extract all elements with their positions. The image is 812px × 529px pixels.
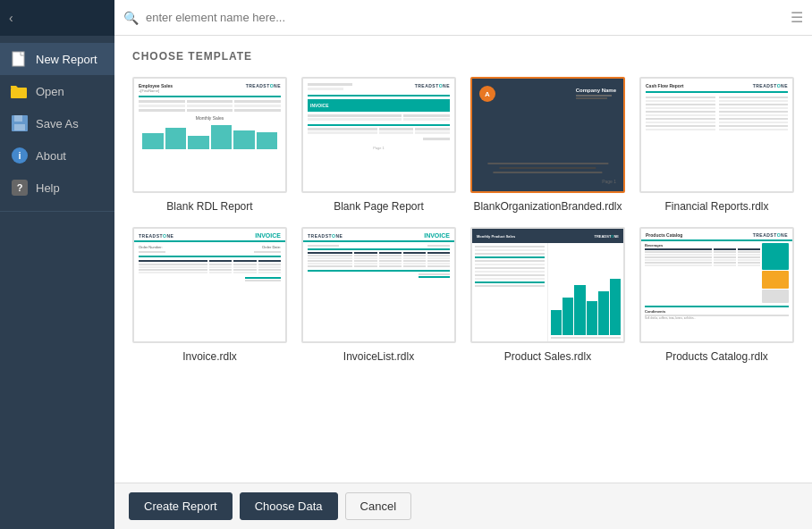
create-report-button[interactable]: Create Report: [129, 492, 233, 520]
footer: Create Report Choose Data Cancel: [114, 483, 812, 529]
template-item-invoice[interactable]: TREADSTONE INVOICE Order Number: Order D…: [132, 227, 287, 363]
list-view-icon[interactable]: ☰: [791, 9, 803, 26]
content-area: CHOOSE TEMPLATE Employee Sales +[FirstNa…: [114, 36, 812, 483]
sidebar-item-new-report[interactable]: New Report: [0, 43, 114, 75]
sidebar-item-about[interactable]: i About: [0, 139, 114, 172]
template-name-blank-rdl: Blank RDL Report: [166, 200, 252, 213]
about-icon: i: [11, 147, 29, 164]
template-thumb-invoice: TREADSTONE INVOICE Order Number: Order D…: [132, 227, 287, 343]
sidebar-item-label: Open: [36, 85, 64, 98]
sidebar-item-label: About: [36, 149, 66, 163]
template-thumb-blank-org: A Company Name Page 1: [470, 77, 625, 193]
sidebar-item-open[interactable]: Open: [0, 75, 114, 107]
template-thumb-product-sales: Monthly Product Sales TREADSTONE: [470, 227, 625, 343]
search-input[interactable]: [146, 11, 783, 24]
sidebar-item-save-as[interactable]: Save As: [0, 107, 114, 139]
sidebar-menu: New Report Open Save As: [0, 36, 114, 212]
template-item-financial[interactable]: Cash Flow Report TREADSTONE: [639, 77, 794, 213]
template-thumb-blank-page: TREADSTONE INVOICE: [301, 77, 456, 193]
open-icon: [11, 82, 29, 100]
template-item-invoice-list[interactable]: TREADSTONE INVOICE: [301, 227, 456, 363]
template-item-product-sales[interactable]: Monthly Product Sales TREADSTONE: [470, 227, 625, 363]
template-thumb-products-catalog: Products Catalog TREADSTONE Beverages: [639, 227, 794, 343]
template-thumb-financial: Cash Flow Report TREADSTONE: [639, 77, 794, 193]
template-name-blank-page: Blank Page Report: [334, 200, 424, 213]
template-name-product-sales: Product Sales.rdlx: [504, 350, 591, 363]
search-bar: 🔍 ☰: [114, 0, 812, 36]
back-arrow-icon: ‹: [9, 11, 13, 25]
template-thumb-invoice-list: TREADSTONE INVOICE: [301, 227, 456, 343]
choose-data-button[interactable]: Choose Data: [240, 492, 338, 520]
svg-rect-3: [14, 115, 22, 122]
template-name-invoice: Invoice.rdlx: [182, 350, 237, 363]
template-item-products-catalog[interactable]: Products Catalog TREADSTONE Beverages: [639, 227, 794, 363]
new-report-icon: [11, 50, 29, 68]
svg-rect-1: [11, 88, 27, 98]
cancel-button[interactable]: Cancel: [345, 492, 411, 520]
template-thumb-blank-rdl: Employee Sales +[FirstName] TREADSTONE: [132, 77, 287, 193]
sidebar-item-label: Help: [36, 181, 60, 195]
template-name-blank-org: BlankOrganizationBranded.rdlx: [473, 200, 622, 213]
template-name-financial: Financial Reports.rdlx: [664, 200, 768, 213]
section-title: CHOOSE TEMPLATE: [132, 50, 794, 63]
svg-rect-4: [14, 124, 25, 130]
template-item-blank-page[interactable]: TREADSTONE INVOICE: [301, 77, 456, 213]
help-icon: ?: [11, 179, 29, 197]
sidebar-back-button[interactable]: ‹: [0, 0, 114, 36]
template-name-invoice-list: InvoiceList.rdlx: [343, 350, 414, 363]
template-item-blank-org[interactable]: A Company Name Page 1: [470, 77, 625, 213]
sidebar: ‹ New Report Open: [0, 0, 114, 529]
template-grid: Employee Sales +[FirstName] TREADSTONE: [132, 77, 794, 363]
save-icon: [11, 114, 29, 132]
sidebar-item-label: Save As: [36, 117, 79, 130]
template-item-blank-rdl[interactable]: Employee Sales +[FirstName] TREADSTONE: [132, 77, 287, 213]
main-panel: 🔍 ☰ CHOOSE TEMPLATE Employee Sales +[Fir…: [114, 0, 812, 529]
sidebar-item-label: New Report: [36, 53, 97, 66]
search-icon: 🔍: [123, 11, 139, 25]
sidebar-item-help[interactable]: ? Help: [0, 172, 114, 204]
template-name-products-catalog: Products Catalog.rdlx: [665, 350, 768, 363]
